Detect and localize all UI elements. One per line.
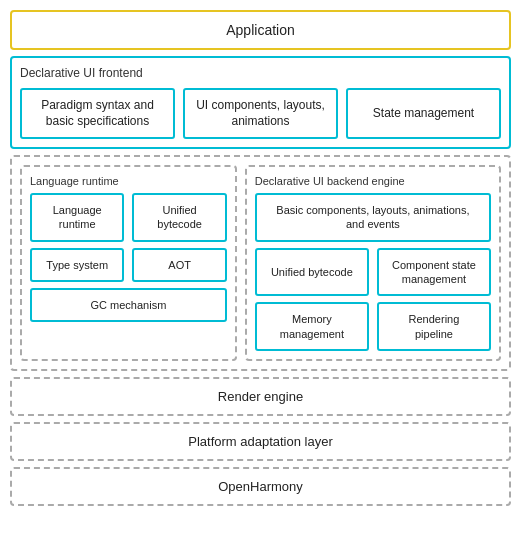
state-management-box: State management: [346, 88, 501, 139]
be-row1: Basic components, layouts, animations, a…: [255, 193, 491, 242]
platform-adaptation-label: Platform adaptation layer: [188, 434, 333, 449]
middle-section: Language runtime Language runtime Unifie…: [10, 155, 511, 371]
aot-box: AOT: [132, 248, 226, 282]
frontend-row: Paradigm syntax and basic specifications…: [20, 88, 501, 139]
be-row3: Memory management Rendering pipeline: [255, 302, 491, 351]
openharmony-label: OpenHarmony: [218, 479, 303, 494]
lr-row2: Type system AOT: [30, 248, 227, 282]
backend-engine-section: Declarative UI backend engine Basic comp…: [245, 165, 501, 361]
component-state-box: Component state management: [377, 248, 491, 297]
language-runtime-box: Language runtime: [30, 193, 124, 242]
component-state-label: Component state management: [389, 258, 479, 287]
ui-components-label: UI components, layouts, animations: [195, 98, 326, 129]
render-engine-label: Render engine: [218, 389, 303, 404]
basic-components-label: Basic components, layouts, animations, a…: [267, 203, 479, 232]
language-runtime-section: Language runtime Language runtime Unifie…: [20, 165, 237, 361]
paradigm-syntax-label: Paradigm syntax and basic specifications: [32, 98, 163, 129]
application-label: Application: [226, 22, 295, 38]
state-management-label: State management: [373, 106, 474, 122]
platform-adaptation-box: Platform adaptation layer: [10, 422, 511, 461]
gc-mechanism-box: GC mechanism: [30, 288, 227, 322]
rendering-pipeline-box: Rendering pipeline: [377, 302, 491, 351]
architecture-diagram: Application Declarative UI frontend Para…: [10, 10, 511, 506]
backend-engine-label: Declarative UI backend engine: [255, 175, 491, 187]
type-system-box: Type system: [30, 248, 124, 282]
type-system-label: Type system: [46, 258, 108, 272]
declarative-frontend-label: Declarative UI frontend: [20, 66, 501, 80]
gc-mechanism-label: GC mechanism: [91, 298, 167, 312]
backend-col: Basic components, layouts, animations, a…: [255, 193, 491, 351]
rendering-pipeline-label: Rendering pipeline: [389, 312, 479, 341]
language-runtime-section-label: Language runtime: [30, 175, 227, 187]
unified-bytecode-lr-box: Unified bytecode: [132, 193, 226, 242]
unified-bytecode-lr-label: Unified bytecode: [144, 203, 214, 232]
paradigm-syntax-box: Paradigm syntax and basic specifications: [20, 88, 175, 139]
memory-management-box: Memory management: [255, 302, 369, 351]
unified-bytecode-be-box: Unified bytecode: [255, 248, 369, 297]
unified-bytecode-be-label: Unified bytecode: [271, 265, 353, 279]
ui-components-box: UI components, layouts, animations: [183, 88, 338, 139]
application-box: Application: [10, 10, 511, 50]
language-runtime-label: Language runtime: [42, 203, 112, 232]
lr-row1: Language runtime Unified bytecode: [30, 193, 227, 242]
aot-label: AOT: [168, 258, 191, 272]
be-row2: Unified bytecode Component state managem…: [255, 248, 491, 297]
language-runtime-col: Language runtime Unified bytecode Type s…: [30, 193, 227, 322]
lr-row3: GC mechanism: [30, 288, 227, 322]
openharmony-box: OpenHarmony: [10, 467, 511, 506]
basic-components-box: Basic components, layouts, animations, a…: [255, 193, 491, 242]
memory-management-label: Memory management: [267, 312, 357, 341]
declarative-frontend-box: Declarative UI frontend Paradigm syntax …: [10, 56, 511, 149]
render-engine-box: Render engine: [10, 377, 511, 416]
